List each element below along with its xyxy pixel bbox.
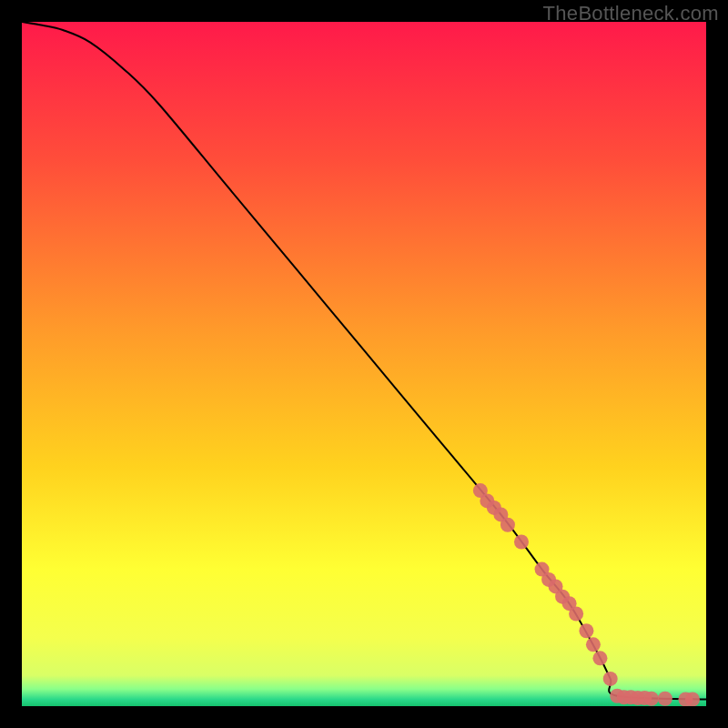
scatter-point <box>579 623 593 638</box>
plot-area <box>22 22 706 706</box>
scatter-point <box>569 606 583 621</box>
chart-frame: TheBottleneck.com <box>0 0 728 728</box>
watermark-text: TheBottleneck.com <box>543 2 719 25</box>
scatter-point <box>514 535 529 550</box>
scatter-point <box>658 692 672 706</box>
gradient-background <box>22 22 706 706</box>
scatter-point <box>685 692 700 706</box>
scatter-point <box>500 518 515 532</box>
scatter-point <box>592 651 607 665</box>
scatter-point <box>644 692 659 706</box>
scatter-point <box>586 637 601 652</box>
scatter-point <box>603 672 618 686</box>
chart-svg <box>22 22 706 706</box>
